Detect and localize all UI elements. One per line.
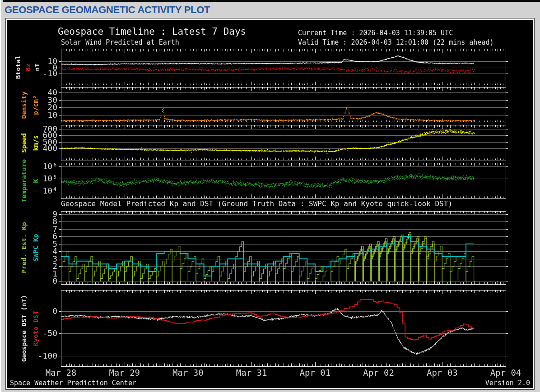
panel-axis-label: Temperature: [19, 143, 28, 219]
y-tick-label: -100: [26, 351, 57, 360]
x-tick-label: Apr 01: [293, 368, 338, 378]
y-tick-label: 10: [26, 111, 57, 120]
x-tick-label: Mar 30: [165, 368, 210, 378]
valid-time-label: Valid Time : 2026-04-03 12:01:00 (22 min…: [298, 38, 493, 46]
panel-axis-label: K: [31, 143, 40, 219]
solar-wind-subtitle: Solar Wind Predicted at Earth: [61, 38, 179, 46]
panel-axis-label: Pred. Est. Kp: [19, 209, 28, 286]
model-subtitle: Geospace Model Predicted Kp and DST (Gro…: [61, 199, 452, 208]
y-tick-label: 10⁴: [26, 186, 57, 195]
page-title: GEOSPACE GEOMAGNETIC ACTIVITY PLOT: [5, 4, 210, 16]
y-tick-label: 400: [26, 144, 57, 153]
footer-version: Version 2.0: [485, 379, 530, 387]
y-tick-label: 0: [26, 307, 57, 316]
y-tick-label: 0: [26, 277, 57, 286]
window-top-border: [3, 0, 540, 2]
footer-credit: Space Weather Prediction Center: [10, 379, 136, 387]
y-tick-label: 10⁶: [26, 162, 57, 171]
window-left-edge: [0, 0, 1, 392]
x-tick-label: Mar 28: [38, 368, 84, 378]
plot-area: Geospace Timeline : Latest 7 Days Curren…: [7, 20, 533, 388]
x-tick-label: Apr 02: [356, 368, 401, 378]
x-tick-label: Apr 04: [483, 368, 528, 378]
plot-frame: Geospace Timeline : Latest 7 Days Curren…: [5, 18, 535, 390]
x-tick-label: Apr 03: [419, 368, 465, 378]
panel-axis-label: Kyoto DST: [31, 290, 40, 367]
y-tick-label: 10⁵: [26, 174, 57, 183]
panel-axis-label: SWPC Kp: [31, 209, 40, 286]
panel-axis-label: Geospace DST (nT): [19, 290, 28, 367]
plot-title: Geospace Timeline : Latest 7 Days: [58, 26, 246, 37]
x-tick-label: Mar 31: [229, 368, 274, 378]
y-tick-label: -50: [26, 329, 57, 338]
x-tick-label: Mar 29: [102, 368, 147, 378]
current-time-label: Current Time : 2026-04-03 11:39:05 UTC: [298, 29, 453, 37]
